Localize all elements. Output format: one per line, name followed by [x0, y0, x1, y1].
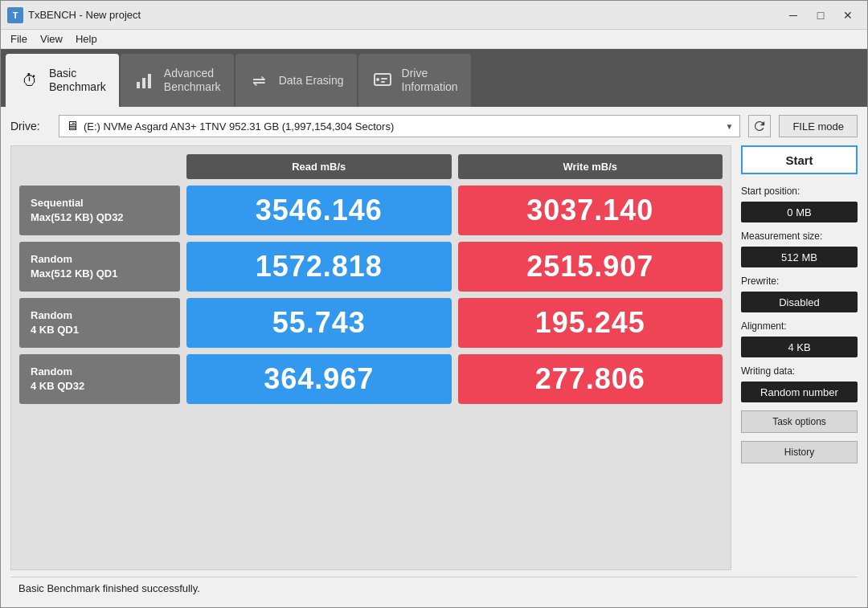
start-position-value: 0 MB: [741, 202, 858, 222]
content-area: Drive: 🖥 (E:) NVMe Asgard AN3+ 1TNV 952.…: [1, 107, 867, 607]
sidebar: Start Start position: 0 MB Measurement s…: [741, 145, 858, 570]
advanced-benchmark-icon: [133, 69, 156, 92]
menu-bar: File View Help: [1, 30, 867, 49]
bench-write-0: 3037.140: [458, 186, 723, 235]
bench-label-1: RandomMax(512 KB) QD1: [19, 242, 180, 292]
svg-rect-1: [142, 78, 145, 88]
bench-label-3: Random4 KB QD32: [19, 354, 180, 404]
bench-row-0: SequentialMax(512 KB) QD32 3546.146 3037…: [19, 186, 723, 235]
bench-row-3: Random4 KB QD32 364.967 277.806: [19, 354, 723, 404]
drive-bar: Drive: 🖥 (E:) NVMe Asgard AN3+ 1TNV 952.…: [10, 115, 858, 137]
bench-row-1: RandomMax(512 KB) QD1 1572.818 2515.907: [19, 242, 723, 292]
title-bar: T TxBENCH - New project ─ □ ✕: [1, 1, 867, 30]
bench-write-3: 277.806: [458, 354, 723, 404]
drive-select[interactable]: 🖥 (E:) NVMe Asgard AN3+ 1TNV 952.31 GB (…: [59, 115, 740, 137]
title-bar-controls: ─ □ ✕: [780, 6, 861, 25]
drive-label: Drive:: [10, 120, 51, 133]
tab-advanced-label: AdvancedBenchmark: [164, 67, 221, 94]
tab-erasing[interactable]: ⇌ Data Erasing: [235, 54, 357, 107]
th-empty: [19, 154, 180, 179]
svg-rect-5: [381, 78, 387, 80]
task-options-button[interactable]: Task options: [741, 410, 858, 433]
svg-rect-0: [137, 82, 140, 88]
main-window: T TxBENCH - New project ─ □ ✕ File View …: [0, 0, 868, 608]
svg-rect-6: [381, 81, 385, 83]
bench-read-3: 364.967: [186, 354, 452, 404]
close-button[interactable]: ✕: [835, 6, 861, 25]
minimize-button[interactable]: ─: [780, 6, 806, 25]
bench-write-1: 2515.907: [458, 242, 723, 292]
tab-advanced[interactable]: AdvancedBenchmark: [121, 54, 234, 107]
bench-label-0: SequentialMax(512 KB) QD32: [19, 186, 180, 235]
drive-select-text: (E:) NVMe Asgard AN3+ 1TNV 952.31 GB (1,…: [84, 120, 726, 133]
alignment-value: 4 KB: [741, 337, 858, 357]
status-text: Basic Benchmark finished successfully.: [18, 582, 200, 594]
bench-read-2: 55.743: [186, 298, 452, 348]
writing-data-label: Writing data:: [741, 365, 858, 377]
drive-refresh-button[interactable]: [748, 115, 771, 137]
tab-basic[interactable]: ⏱ BasicBenchmark: [6, 54, 119, 107]
svg-point-4: [376, 78, 379, 81]
bench-row-2: Random4 KB QD1 55.743 195.245: [19, 298, 723, 348]
drive-dropdown-arrow: ▼: [726, 122, 734, 131]
alignment-label: Alignment:: [741, 320, 858, 332]
main-area: Read mB/s Write mB/s SequentialMax(512 K…: [10, 145, 858, 570]
th-read: Read mB/s: [186, 154, 452, 179]
data-erasing-icon: ⇌: [248, 69, 271, 92]
measurement-size-label: Measurement size:: [741, 231, 858, 242]
history-button[interactable]: History: [741, 441, 858, 463]
menu-help[interactable]: Help: [69, 31, 104, 47]
tab-bar: ⏱ BasicBenchmark AdvancedBenchmark ⇌ Dat…: [1, 49, 867, 107]
menu-view[interactable]: View: [34, 31, 69, 47]
menu-file[interactable]: File: [4, 31, 34, 47]
writing-data-value: Random number: [741, 382, 858, 402]
bench-read-0: 3546.146: [186, 186, 452, 235]
tab-basic-label: BasicBenchmark: [49, 67, 106, 94]
tab-drive-label: DriveInformation: [402, 67, 458, 94]
drive-info-icon: [371, 69, 394, 92]
benchmark-table: Read mB/s Write mB/s SequentialMax(512 K…: [10, 145, 731, 570]
status-bar: Basic Benchmark finished successfully.: [10, 577, 858, 599]
tab-erasing-label: Data Erasing: [279, 74, 344, 88]
app-icon: T: [7, 7, 23, 23]
start-position-label: Start position:: [741, 186, 858, 197]
table-header: Read mB/s Write mB/s: [19, 154, 723, 179]
title-bar-text: TxBENCH - New project: [28, 9, 780, 21]
file-mode-button[interactable]: FILE mode: [779, 115, 858, 137]
drive-select-icon: 🖥: [66, 119, 79, 133]
start-button[interactable]: Start: [741, 145, 858, 174]
bench-label-2: Random4 KB QD1: [19, 298, 180, 348]
tab-drive-info[interactable]: DriveInformation: [358, 54, 471, 107]
maximize-button[interactable]: □: [808, 6, 833, 25]
th-write: Write mB/s: [458, 154, 723, 179]
bench-read-1: 1572.818: [186, 242, 452, 292]
basic-benchmark-icon: ⏱: [18, 69, 41, 92]
bench-write-2: 195.245: [458, 298, 723, 348]
prewrite-value: Disabled: [741, 292, 858, 312]
measurement-size-value: 512 MB: [741, 247, 858, 267]
svg-rect-2: [148, 74, 151, 88]
prewrite-label: Prewrite:: [741, 275, 858, 287]
